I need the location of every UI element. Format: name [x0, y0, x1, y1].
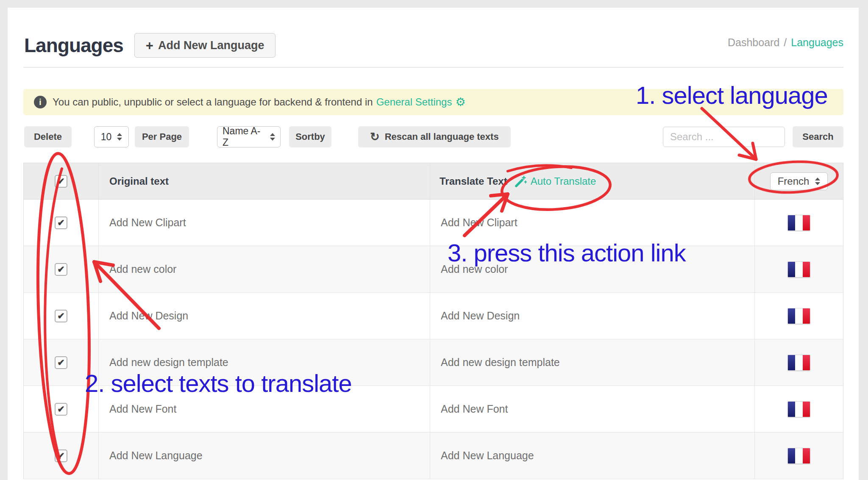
original-text-cell: Add New Design — [99, 293, 430, 339]
france-flag-icon — [787, 401, 810, 417]
original-text-cell: Add New Language — [99, 433, 430, 479]
languages-table: ✔ Original text Translate Text Auto Tran… — [23, 163, 843, 479]
auto-translate-label: Auto Translate — [531, 175, 596, 187]
per-page-select[interactable]: 10 — [94, 126, 129, 147]
translate-text-label: Translate Text — [440, 175, 507, 187]
select-caret-icon — [815, 178, 820, 185]
row-checkbox[interactable]: ✔ — [55, 310, 67, 322]
add-new-language-button[interactable]: + Add New Language — [134, 33, 276, 58]
france-flag-icon — [787, 448, 810, 464]
original-text-cell: Add new color — [99, 246, 430, 292]
original-text-cell: Add new design template — [99, 339, 430, 386]
sortby-button[interactable]: Sortby — [289, 126, 331, 147]
add-new-language-label: Add New Language — [158, 39, 264, 52]
table-row: ✔ Add New Font Add New Font — [24, 386, 843, 433]
toolbar: Delete 10 Per Page Name A-Z Sortby ↻ Res… — [23, 126, 843, 147]
gear-icon[interactable]: ⚙ — [455, 97, 465, 108]
france-flag-icon — [787, 215, 810, 231]
search-input[interactable] — [663, 127, 785, 147]
table-row: ✔ Add new color Add new color — [24, 246, 843, 293]
language-select-cell: French — [755, 163, 843, 199]
header-divider — [23, 67, 843, 68]
row-checkbox[interactable]: ✔ — [55, 356, 67, 369]
translated-text-cell[interactable]: Add new design template — [430, 339, 755, 386]
select-all-checkbox[interactable]: ✔ — [55, 175, 67, 188]
original-text-header: Original text — [99, 163, 430, 199]
france-flag-icon — [787, 261, 810, 277]
row-checkbox[interactable]: ✔ — [55, 216, 67, 229]
search-button[interactable]: Search — [793, 126, 843, 147]
original-text-cell: Add New Clipart — [99, 200, 430, 246]
sort-value: Name A-Z — [223, 125, 264, 148]
page-header: Languages + Add New Language Dashboard /… — [23, 33, 843, 63]
table-row: ✔ Add new design template Add new design… — [24, 339, 843, 386]
table-row: ✔ Add New Clipart Add New Clipart — [24, 200, 843, 246]
row-checkbox[interactable]: ✔ — [55, 449, 67, 462]
delete-button[interactable]: Delete — [24, 126, 72, 147]
original-text-cell: Add New Font — [99, 386, 430, 432]
breadcrumb-separator: / — [784, 36, 787, 49]
table-row: ✔ Add New Design Add New Design — [24, 293, 843, 339]
translated-text-cell[interactable]: Add New Design — [430, 293, 755, 339]
translated-text-cell[interactable]: Add New Clipart — [430, 200, 755, 246]
language-select-value: French — [778, 175, 810, 187]
page-title: Languages — [24, 33, 123, 58]
sort-select[interactable]: Name A-Z — [217, 126, 281, 147]
france-flag-icon — [787, 355, 810, 371]
select-all-cell: ✔ — [24, 163, 99, 199]
per-page-button[interactable]: Per Page — [135, 126, 189, 147]
language-select[interactable]: French — [770, 172, 828, 190]
translated-text-cell[interactable]: Add New Language — [430, 433, 755, 479]
languages-admin-page: Languages + Add New Language Dashboard /… — [0, 0, 868, 480]
translated-text-cell[interactable]: Add new color — [430, 246, 755, 292]
table-header-row: ✔ Original text Translate Text Auto Tran… — [24, 163, 843, 200]
row-checkbox[interactable]: ✔ — [55, 403, 67, 416]
info-message: You can public, unpublic or select a lan… — [53, 96, 373, 108]
breadcrumb: Dashboard / Languages — [728, 36, 843, 49]
auto-translate-link[interactable]: Auto Translate — [514, 175, 596, 188]
select-caret-icon — [270, 133, 275, 141]
translated-text-cell[interactable]: Add New Font — [430, 386, 755, 432]
plus-icon: + — [146, 39, 153, 52]
info-circle-icon: i — [34, 96, 47, 108]
general-settings-link[interactable]: General Settings — [376, 96, 452, 108]
france-flag-icon — [787, 308, 810, 324]
rescan-button[interactable]: ↻ Rescan all language texts — [358, 126, 511, 147]
content-card: Languages + Add New Language Dashboard /… — [8, 8, 859, 480]
info-bar: i You can public, unpublic or select a l… — [23, 89, 843, 115]
select-caret-icon — [117, 133, 122, 141]
row-checkbox[interactable]: ✔ — [55, 263, 67, 276]
magic-wand-icon — [514, 175, 527, 188]
breadcrumb-dashboard[interactable]: Dashboard — [728, 36, 779, 49]
translate-text-header: Translate Text Auto Translate — [430, 163, 755, 199]
rescan-label: Rescan all language texts — [385, 131, 499, 142]
refresh-icon: ↻ — [370, 131, 380, 143]
breadcrumb-languages: Languages — [791, 36, 843, 49]
per-page-value: 10 — [101, 131, 112, 143]
table-row: ✔ Add New Language Add New Language — [24, 433, 843, 479]
